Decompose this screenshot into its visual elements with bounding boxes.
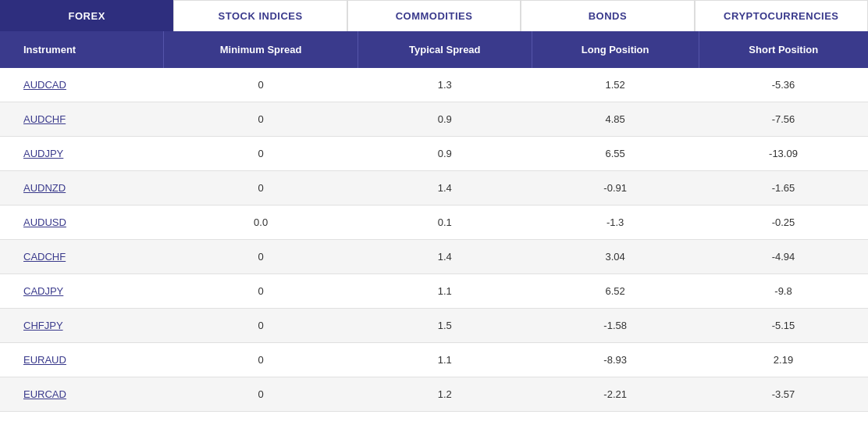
cell-instrument: EURCAD	[0, 377, 164, 412]
instrument-link[interactable]: AUDCAD	[23, 79, 66, 91]
table-row: EURAUD 0 1.1 -8.93 2.19	[0, 343, 868, 377]
cell-long-position: -0.91	[532, 171, 699, 206]
cell-short-position: -4.94	[699, 240, 868, 274]
table-header-row: Instrument Minimum Spread Typical Spread…	[0, 31, 868, 68]
cell-instrument: AUDCHF	[0, 102, 164, 137]
cell-typical-spread: 1.3	[358, 68, 532, 102]
instrument-link[interactable]: AUDUSD	[23, 216, 66, 228]
cell-short-position: -9.8	[699, 274, 868, 309]
table-row: AUDCHF 0 0.9 4.85 -7.56	[0, 102, 868, 137]
cell-typical-spread: 0.1	[358, 206, 532, 240]
instrument-link[interactable]: CADJPY	[23, 285, 63, 297]
cell-instrument: CADCHF	[0, 240, 164, 274]
cell-min-spread: 0	[164, 343, 358, 377]
table-row: AUDCAD 0 1.3 1.52 -5.36	[0, 68, 868, 102]
cell-short-position: -5.15	[699, 309, 868, 343]
instrument-link[interactable]: EURCAD	[23, 388, 66, 400]
table-row: AUDNZD 0 1.4 -0.91 -1.65	[0, 171, 868, 206]
cell-min-spread: 0	[164, 377, 358, 412]
cell-typical-spread: 1.1	[358, 343, 532, 377]
col-min-spread: Minimum Spread	[164, 31, 358, 68]
cell-typical-spread: 1.2	[358, 377, 532, 412]
cell-long-position: 3.04	[532, 240, 699, 274]
cell-short-position: -0.25	[699, 206, 868, 240]
col-instrument: Instrument	[0, 31, 164, 68]
cell-typical-spread: 0.9	[358, 137, 532, 171]
tab-commodities[interactable]: COMMODITIES	[347, 0, 521, 31]
cell-short-position: -3.57	[699, 377, 868, 412]
instrument-link[interactable]: AUDJPY	[23, 148, 63, 159]
cell-long-position: -2.21	[532, 377, 699, 412]
cell-min-spread: 0	[164, 68, 358, 102]
cell-long-position: -1.3	[532, 206, 699, 240]
cell-instrument: AUDNZD	[0, 171, 164, 206]
table-row: AUDJPY 0 0.9 6.55 -13.09	[0, 137, 868, 171]
tab-cryptocurrencies[interactable]: CRYPTOCURRENCIES	[695, 0, 868, 31]
cell-short-position: 2.19	[699, 343, 868, 377]
cell-instrument: CADJPY	[0, 274, 164, 309]
cell-min-spread: 0.0	[164, 206, 358, 240]
cell-typical-spread: 1.5	[358, 309, 532, 343]
tab-bar: FOREX STOCK INDICES COMMODITIES BONDS CR…	[0, 0, 868, 31]
instrument-link[interactable]: AUDNZD	[23, 182, 66, 194]
col-long-position: Long Position	[532, 31, 699, 68]
instrument-link[interactable]: CHFJPY	[23, 320, 63, 331]
cell-short-position: -13.09	[699, 137, 868, 171]
cell-short-position: -7.56	[699, 102, 868, 137]
cell-long-position: -8.93	[532, 343, 699, 377]
table-row: EURCAD 0 1.2 -2.21 -3.57	[0, 377, 868, 412]
cell-typical-spread: 1.1	[358, 274, 532, 309]
cell-instrument: AUDUSD	[0, 206, 164, 240]
cell-instrument: AUDCAD	[0, 68, 164, 102]
cell-long-position: 4.85	[532, 102, 699, 137]
cell-instrument: AUDJPY	[0, 137, 164, 171]
cell-short-position: -1.65	[699, 171, 868, 206]
tab-stock-indices[interactable]: STOCK INDICES	[173, 0, 347, 31]
cell-long-position: 1.52	[532, 68, 699, 102]
col-typical-spread: Typical Spread	[358, 31, 532, 68]
instrument-link[interactable]: CADCHF	[23, 251, 66, 263]
cell-min-spread: 0	[164, 309, 358, 343]
cell-long-position: 6.52	[532, 274, 699, 309]
cell-instrument: EURAUD	[0, 343, 164, 377]
cell-typical-spread: 1.4	[358, 240, 532, 274]
table-row: CADCHF 0 1.4 3.04 -4.94	[0, 240, 868, 274]
cell-instrument: CHFJPY	[0, 309, 164, 343]
tab-bonds[interactable]: BONDS	[521, 0, 694, 31]
cell-min-spread: 0	[164, 171, 358, 206]
instrument-link[interactable]: EURAUD	[23, 354, 66, 366]
col-short-position: Short Position	[699, 31, 868, 68]
table-row: CHFJPY 0 1.5 -1.58 -5.15	[0, 309, 868, 343]
cell-typical-spread: 1.4	[358, 171, 532, 206]
cell-typical-spread: 0.9	[358, 102, 532, 137]
cell-min-spread: 0	[164, 240, 358, 274]
cell-long-position: 6.55	[532, 137, 699, 171]
cell-short-position: -5.36	[699, 68, 868, 102]
cell-min-spread: 0	[164, 102, 358, 137]
forex-table: Instrument Minimum Spread Typical Spread…	[0, 31, 868, 412]
cell-long-position: -1.58	[532, 309, 699, 343]
instrument-link[interactable]: AUDCHF	[23, 113, 66, 125]
table-row: CADJPY 0 1.1 6.52 -9.8	[0, 274, 868, 309]
table-row: AUDUSD 0.0 0.1 -1.3 -0.25	[0, 206, 868, 240]
cell-min-spread: 0	[164, 137, 358, 171]
cell-min-spread: 0	[164, 274, 358, 309]
tab-forex[interactable]: FOREX	[0, 0, 173, 31]
